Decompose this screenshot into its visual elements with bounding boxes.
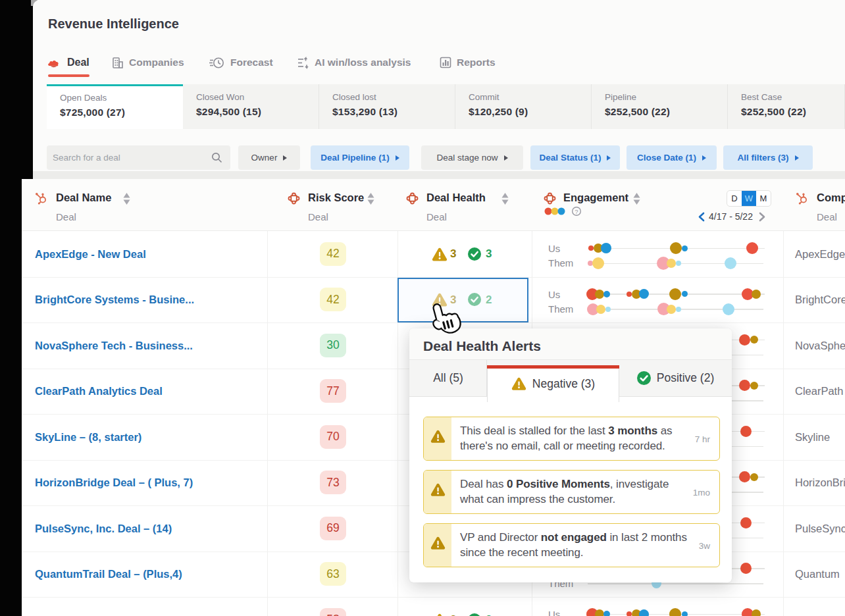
svg-text:?: ?: [575, 208, 578, 215]
